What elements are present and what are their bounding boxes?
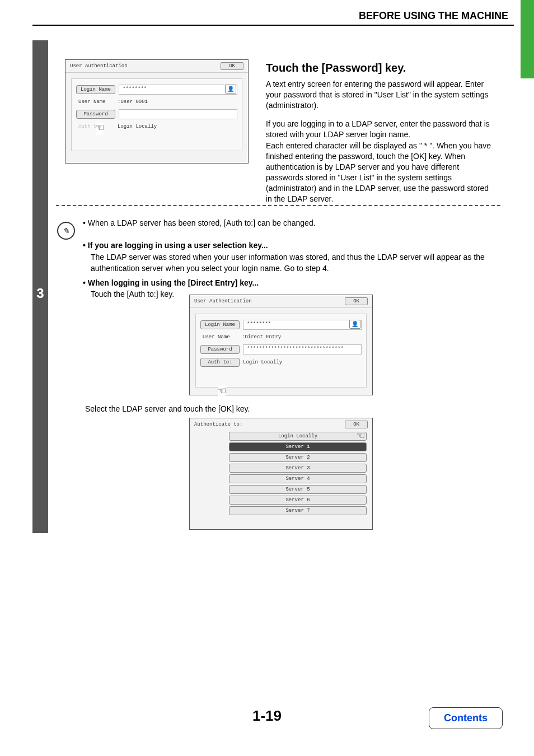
- dialog-title: Authenticate to:: [194, 422, 242, 427]
- hand-cursor-icon: ☜: [218, 386, 226, 398]
- user-name-label: User Name: [200, 333, 238, 341]
- auth-to-button[interactable]: Auth to:: [200, 358, 240, 367]
- ok-button[interactable]: OK: [221, 62, 243, 70]
- user-select-icon[interactable]: 👤: [225, 85, 236, 94]
- server-option-server-3[interactable]: Server 3: [229, 464, 367, 473]
- auth-to-label-hidden: Auth to:: [76, 123, 114, 130]
- notes-block: • When a LDAP server has been stored, [A…: [83, 217, 497, 304]
- hand-cursor-icon: ☜: [96, 123, 104, 135]
- user-name-label: User Name: [76, 98, 114, 106]
- server-option-server-2[interactable]: Server 2: [229, 453, 367, 462]
- password-button[interactable]: Password: [200, 345, 240, 354]
- note-bullet-2-lead: • When logging in using the [Direct Entr…: [83, 278, 259, 287]
- section-tab: [521, 0, 534, 78]
- login-name-button[interactable]: Login Name: [200, 320, 240, 329]
- user-name-value: :User 0001: [118, 99, 148, 105]
- server-option-server-7[interactable]: Server 7: [229, 506, 367, 515]
- user-name-value: :Direct Entry: [242, 334, 281, 340]
- user-auth-dialog-2: User Authentication OK 👤 Login Name ****…: [189, 295, 373, 395]
- login-name-field[interactable]: ********: [243, 320, 362, 330]
- password-button[interactable]: Password: [76, 110, 115, 119]
- authenticate-to-dialog: Authenticate to: OK ☜ Login Locally Serv…: [189, 418, 373, 530]
- mid-note: Select the LDAP server and touch the [OK…: [85, 404, 250, 413]
- auth-to-value: Login Locally: [118, 124, 157, 129]
- server-option-server-6[interactable]: Server 6: [229, 496, 367, 505]
- instruction-para-3: Each entered character will be displayed…: [266, 141, 495, 204]
- note-bullet-1-body: The LDAP server was stored when your use…: [91, 251, 497, 274]
- user-select-icon[interactable]: 👤: [349, 320, 360, 329]
- ok-button[interactable]: OK: [345, 421, 368, 428]
- ok-button[interactable]: OK: [345, 297, 368, 305]
- page-header: BEFORE USING THE MACHINE: [359, 10, 508, 22]
- hand-cursor-icon: ☜: [357, 428, 364, 444]
- login-name-button[interactable]: Login Name: [76, 85, 115, 94]
- dashed-divider: [56, 205, 500, 206]
- dialog-title: User Authentication: [70, 63, 128, 69]
- note-line-1: • When a LDAP server has been stored, [A…: [83, 217, 497, 228]
- instruction-para-1: A text entry screen for entering the pas…: [266, 79, 495, 111]
- instruction-text: Touch the [Password] key. A text entry s…: [266, 60, 495, 212]
- server-option-login-locally[interactable]: Login Locally: [229, 432, 367, 441]
- password-field[interactable]: [119, 109, 237, 119]
- contents-link[interactable]: Contents: [429, 707, 503, 729]
- instruction-heading: Touch the [Password] key.: [266, 60, 495, 76]
- dialog-title: User Authentication: [194, 298, 252, 304]
- note-icon: ✎: [57, 222, 75, 240]
- note-bullet-1-lead: • If you are logging in using a user sel…: [83, 241, 268, 250]
- password-field[interactable]: ********************************: [243, 344, 362, 354]
- header-divider: [32, 25, 514, 26]
- user-auth-dialog-1: User Authentication OK 👤 Login Name ****…: [65, 59, 249, 164]
- login-name-field[interactable]: ********: [119, 85, 237, 95]
- server-option-server-1[interactable]: Server 1: [229, 442, 367, 451]
- auth-to-value: Login Locally: [243, 360, 282, 365]
- instruction-para-2: If you are logging in to a LDAP server, …: [266, 119, 495, 140]
- server-option-server-5[interactable]: Server 5: [229, 485, 367, 494]
- step-number: 3: [32, 286, 48, 301]
- server-option-server-4[interactable]: Server 4: [229, 474, 367, 483]
